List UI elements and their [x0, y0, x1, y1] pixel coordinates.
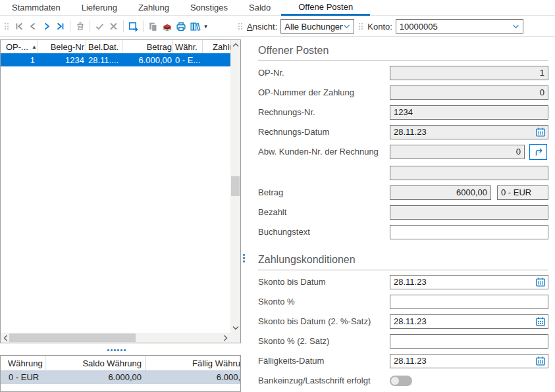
toolbar-separator	[123, 20, 124, 32]
column-header-bel-dat[interactable]: Bel.Dat.	[86, 40, 122, 53]
table-row-selected[interactable]: 1 1234 28.11.... 6.000,00 0 - E...	[1, 53, 230, 66]
confirm-button[interactable]	[93, 19, 107, 34]
rechnungs-nr-field[interactable]: 1234	[390, 105, 548, 120]
tab-zahlung[interactable]: Zahlung	[128, 0, 180, 15]
vertical-splitter-handle[interactable]	[243, 254, 245, 262]
skonto-datum2-field[interactable]: 28.11.23	[390, 314, 548, 329]
column-header-op-nr[interactable]: OP-... ▲	[1, 40, 38, 53]
vertical-scroll-thumb[interactable]	[231, 176, 240, 196]
saldo-table-row[interactable]: 0 - EUR 6.000,00 6.000,	[1, 370, 240, 384]
betrag-currency-field: 0 - EUR	[497, 185, 548, 200]
copy-icon	[147, 21, 159, 32]
column-header-waehrung[interactable]: Währ.	[173, 40, 203, 53]
skonto-datum-field[interactable]: 28.11.23	[390, 275, 548, 289]
ansicht-dropdown-value: Alle Buchungen	[284, 22, 343, 32]
tab-lieferung[interactable]: Lieferung	[71, 0, 128, 15]
post-button[interactable]	[126, 19, 140, 34]
journal-stack-icon	[161, 21, 173, 32]
toolbar-grip-handle[interactable]	[358, 22, 364, 31]
bezahlt-field	[390, 205, 548, 220]
section-title-offener-posten: Offener Posten	[258, 45, 548, 61]
last-record-icon	[55, 21, 66, 32]
skonto-prozent2-field[interactable]	[390, 334, 548, 349]
column-header-faellig-waehrung[interactable]: Fällig Währu	[145, 356, 240, 370]
betrag-field: 6000,00	[390, 185, 491, 200]
skonto-datum-label: Skonto bis Datum	[258, 275, 326, 289]
calendar-icon[interactable]	[535, 127, 546, 137]
column-header-zahlung[interactable]: Zahlu	[203, 40, 230, 53]
column-header-beleg-nr[interactable]: Beleg-Nr	[38, 40, 86, 53]
toolbar-more-button[interactable]: ▾	[201, 19, 210, 34]
cancel-x-icon	[108, 21, 119, 32]
column-header-saldo-waehrung[interactable]: Saldo Währung	[45, 356, 145, 370]
calendar-icon[interactable]	[535, 277, 546, 287]
saldo-table-header: Währung Saldo Währung Fällig Währu	[1, 356, 240, 370]
skonto-datum2-label: Skonto bis Datum (2. %-Satz)	[258, 314, 371, 329]
cell-currency: 0 - EUR	[1, 370, 45, 384]
delete-button[interactable]	[73, 19, 87, 34]
previous-record-button[interactable]	[26, 19, 40, 34]
rechnungs-nr-label: Rechnungs-Nr.	[258, 105, 315, 120]
first-record-button[interactable]	[12, 19, 26, 34]
toggle-knob	[391, 377, 399, 385]
print-button[interactable]	[174, 19, 188, 34]
journal-button[interactable]	[160, 19, 174, 34]
tab-offene-posten[interactable]: Offene Posten	[281, 0, 370, 16]
last-record-button[interactable]	[53, 19, 67, 34]
skonto-prozent-label: Skonto %	[258, 295, 295, 309]
tab-sonstiges[interactable]: Sonstiges	[180, 0, 238, 15]
cell-saldo: 6.000,00	[45, 370, 145, 384]
horizontal-splitter-handle[interactable]	[107, 349, 126, 351]
calendar-icon[interactable]	[535, 356, 546, 366]
cell-op-nr: 1	[1, 53, 38, 66]
cell-waehrung: 0 - E...	[173, 53, 203, 66]
copy-button[interactable]	[146, 19, 160, 34]
reports-books-icon	[189, 21, 201, 32]
rechnungs-datum-field[interactable]: 28.11.23	[390, 125, 548, 139]
tab-stammdaten[interactable]: Stammdaten	[1, 0, 71, 15]
column-header-saldo-waehrung-name[interactable]: Währung	[1, 356, 45, 370]
post-record-icon	[128, 21, 139, 32]
ansicht-dropdown[interactable]: Alle Buchungen	[280, 19, 354, 34]
toolbar-grip-handle[interactable]	[4, 22, 10, 31]
bezahlt-label: Bezahlt	[258, 205, 286, 220]
faellig-datum-field[interactable]: 28.11.23	[390, 354, 548, 368]
reports-button[interactable]	[188, 19, 201, 34]
cell-beleg-nr: 1234	[38, 53, 86, 66]
first-record-icon	[14, 21, 24, 32]
toolbar: ▾ Ansicht: Alle Buchungen Konto: 1000000…	[0, 16, 555, 37]
calendar-icon[interactable]	[535, 316, 546, 327]
horizontal-scrollbar[interactable]	[1, 333, 230, 343]
scroll-down-button[interactable]	[230, 323, 240, 333]
scrollbar-corner	[230, 333, 240, 343]
bankeinzug-label: Bankeinzug/Lastschrift erfolgt	[258, 374, 371, 388]
cell-faellig: 6.000,	[145, 370, 240, 384]
skonto-prozent-field[interactable]	[390, 295, 548, 309]
op-zahlung-label: OP-Nummer der Zahlung	[258, 86, 354, 100]
section-title-zahlungskonditionen: Zahlungskonditionen	[258, 254, 548, 270]
tab-saldo[interactable]: Saldo	[238, 0, 281, 15]
toolbar-grip-handle[interactable]	[238, 22, 244, 31]
bankeinzug-toggle[interactable]	[390, 376, 412, 386]
scroll-right-button[interactable]	[221, 333, 230, 343]
scroll-up-button[interactable]	[230, 40, 240, 50]
faellig-datum-label: Fälligkeits-Datum	[258, 354, 324, 368]
jump-to-record-button[interactable]	[529, 144, 547, 160]
buchungstext-field[interactable]	[390, 225, 548, 239]
column-header-betrag[interactable]: Betrag	[122, 40, 173, 53]
horizontal-scroll-thumb[interactable]	[9, 333, 136, 342]
rechnungs-datum-label: Rechnungs-Datum	[258, 125, 329, 139]
toolbar-separator	[70, 20, 70, 32]
skonto-prozent2-label: Skonto % (2. Satz)	[258, 334, 329, 349]
abw-kunde-label: Abw. Kunden-Nr. der Rechnung	[258, 145, 379, 159]
cell-betrag: 6.000,00	[122, 53, 173, 66]
cancel-button[interactable]	[107, 19, 120, 34]
next-record-button[interactable]	[40, 19, 53, 34]
trash-icon	[75, 21, 86, 32]
vertical-scrollbar[interactable]	[230, 40, 240, 333]
open-items-table: OP-... ▲ Beleg-Nr Bel.Dat. Betrag Währ. …	[0, 39, 241, 343]
caret-down-icon: ▾	[204, 23, 207, 30]
toolbar-separator	[90, 20, 90, 32]
chevron-down-icon	[512, 24, 519, 29]
konto-dropdown[interactable]: 10000005	[396, 19, 523, 34]
